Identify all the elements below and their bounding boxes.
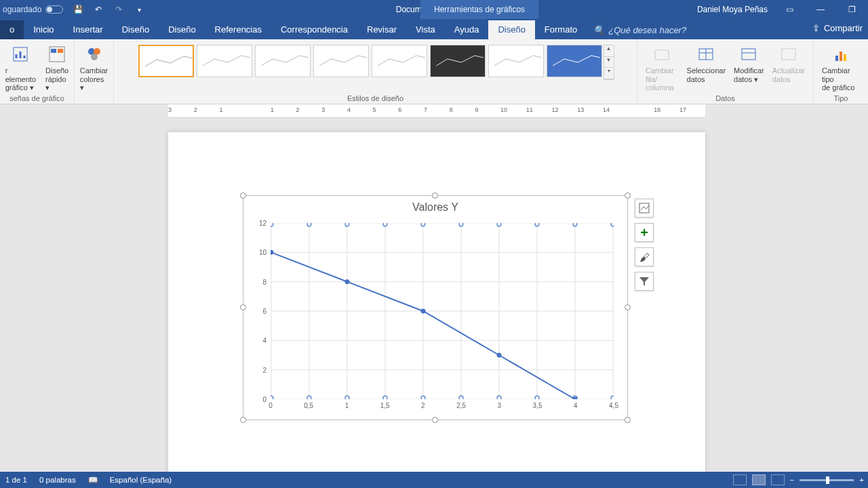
switch-icon bbox=[651, 43, 673, 65]
style-thumb-2[interactable] bbox=[197, 45, 252, 77]
toggle-switch-icon[interactable] bbox=[45, 5, 63, 14]
selection-handle-icon[interactable] bbox=[240, 417, 246, 423]
selection-handle-icon[interactable] bbox=[432, 417, 438, 423]
svg-rect-17 bbox=[835, 56, 838, 61]
zoom-in-icon[interactable]: + bbox=[859, 476, 864, 484]
read-mode-icon[interactable] bbox=[733, 474, 747, 485]
edit-data-button[interactable]: Modificar datos ▾ bbox=[731, 42, 767, 94]
ruler-label: 7 bbox=[424, 106, 427, 113]
svg-point-39 bbox=[307, 223, 311, 226]
tab-correspondencia[interactable]: Correspondencia bbox=[271, 20, 357, 39]
selection-handle-icon[interactable] bbox=[625, 192, 631, 199]
style-thumb-7[interactable] bbox=[488, 45, 544, 77]
add-chart-element-button[interactable]: r elemento gráfico ▾ bbox=[3, 42, 39, 94]
style-thumb-1[interactable] bbox=[138, 45, 194, 77]
share-button[interactable]: ⇪ Compartir bbox=[812, 23, 863, 33]
undo-icon[interactable]: ↶ bbox=[93, 4, 104, 15]
word-count[interactable]: 0 palabras bbox=[39, 476, 76, 484]
selection-handle-icon[interactable] bbox=[240, 192, 246, 199]
svg-marker-63 bbox=[639, 277, 649, 286]
title-bar: oguardado 💾 ↶ ↷ ▾ Documento1 - Word Herr… bbox=[0, 0, 868, 19]
print-layout-icon[interactable] bbox=[752, 474, 766, 485]
ruler-label: 8 bbox=[450, 106, 453, 113]
chart-layout-options-button[interactable] bbox=[635, 199, 654, 218]
ribbon-display-icon[interactable]: ▭ bbox=[780, 5, 799, 14]
selection-handle-icon[interactable] bbox=[432, 192, 438, 199]
tell-me-search[interactable]: 🔍 ¿Qué desea hacer? bbox=[587, 21, 693, 39]
redo-icon[interactable]: ↷ bbox=[113, 4, 124, 15]
tab-revisar[interactable]: Revisar bbox=[357, 20, 406, 39]
change-colors-button[interactable]: Cambiar colores ▾ bbox=[77, 42, 111, 94]
svg-point-60 bbox=[497, 353, 502, 358]
scroll-up-icon[interactable]: ▲ bbox=[604, 45, 614, 57]
svg-point-41 bbox=[345, 223, 349, 226]
tab-insertar[interactable]: Insertar bbox=[64, 20, 113, 39]
ruler-label: 2 bbox=[194, 106, 197, 113]
tab-ayuda[interactable]: Ayuda bbox=[445, 20, 489, 39]
svg-point-53 bbox=[573, 223, 577, 226]
language-status[interactable]: Español (España) bbox=[110, 476, 172, 484]
ruler-label: 4 bbox=[347, 106, 351, 113]
select-data-button[interactable]: Seleccionar datos bbox=[684, 42, 728, 94]
minimize-icon[interactable]: — bbox=[811, 5, 830, 14]
chart-tools-contextual-label: Herramientas de gráficos bbox=[420, 0, 538, 19]
y-axis-tick: 2 bbox=[262, 366, 271, 373]
tab-disenyo-layout[interactable]: Diseño bbox=[159, 20, 205, 39]
chart-elements-button[interactable]: + bbox=[635, 223, 654, 242]
quick-layout-button[interactable]: Diseño rápido ▾ bbox=[43, 42, 71, 94]
x-axis-tick: 0 bbox=[269, 399, 273, 409]
tab-disenyo-page[interactable]: Diseño bbox=[113, 20, 159, 39]
document-area: Valores Y 02468101200,511,522,533,544,5 … bbox=[0, 119, 868, 472]
y-axis-tick: 4 bbox=[262, 337, 271, 344]
change-chart-type-button[interactable]: Cambiar tipo de gráfico bbox=[819, 42, 863, 94]
tab-archivo[interactable]: o bbox=[0, 20, 24, 39]
chart-filters-button[interactable] bbox=[635, 272, 654, 291]
group-label-type: Tipo bbox=[814, 94, 868, 102]
select-data-icon bbox=[695, 43, 717, 65]
style-thumb-8[interactable] bbox=[547, 45, 602, 77]
scroll-down-icon[interactable]: ▼ bbox=[604, 57, 614, 68]
selection-handle-icon[interactable] bbox=[240, 304, 246, 310]
chart-object[interactable]: Valores Y 02468101200,511,522,533,544,5 bbox=[243, 195, 628, 420]
x-axis-tick: 4,5 bbox=[609, 399, 618, 409]
gallery-scroll[interactable]: ▲ ▼ ▾ bbox=[604, 45, 614, 80]
chart-styles-gallery[interactable] bbox=[137, 42, 604, 80]
add-element-icon bbox=[9, 43, 31, 65]
save-icon[interactable]: 💾 bbox=[73, 4, 83, 15]
edit-data-icon bbox=[738, 43, 760, 65]
user-name: Daniel Moya Peñas bbox=[697, 5, 768, 14]
tab-chart-design[interactable]: Diseño bbox=[488, 20, 534, 39]
svg-point-57 bbox=[271, 250, 273, 255]
selection-handle-icon[interactable] bbox=[625, 417, 631, 423]
share-icon: ⇪ bbox=[812, 23, 820, 33]
tab-referencias[interactable]: Referencias bbox=[205, 20, 271, 39]
tab-inicio[interactable]: Inicio bbox=[24, 20, 63, 39]
tab-chart-format[interactable]: Formato bbox=[535, 20, 587, 39]
chart-styles-button[interactable]: 🖌 bbox=[635, 247, 654, 266]
ribbon-content: r elemento gráfico ▾ Diseño rápido ▾ señ… bbox=[0, 39, 868, 104]
selection-handle-icon[interactable] bbox=[625, 304, 631, 310]
zoom-slider[interactable] bbox=[800, 479, 854, 481]
autosave-toggle[interactable]: oguardado bbox=[0, 5, 63, 14]
customize-qat-icon[interactable]: ▾ bbox=[134, 4, 144, 15]
zoom-out-icon[interactable]: − bbox=[790, 476, 795, 484]
y-axis-tick: 12 bbox=[259, 220, 271, 227]
spellcheck-icon[interactable]: 📖 bbox=[88, 475, 98, 485]
x-axis-tick: 4 bbox=[574, 399, 578, 409]
style-thumb-3[interactable] bbox=[255, 45, 311, 77]
style-thumb-6[interactable] bbox=[430, 45, 486, 77]
style-thumb-5[interactable] bbox=[372, 45, 427, 77]
style-thumb-4[interactable] bbox=[313, 45, 369, 77]
ruler-label: 6 bbox=[398, 106, 401, 113]
tab-vista[interactable]: Vista bbox=[406, 20, 445, 39]
chart-plot-area[interactable]: 02468101200,511,522,533,544,5 bbox=[271, 223, 614, 399]
status-right: − + bbox=[733, 474, 864, 485]
svg-rect-10 bbox=[655, 50, 669, 60]
gallery-expand-icon[interactable]: ▾ bbox=[604, 68, 614, 79]
page-count[interactable]: 1 de 1 bbox=[5, 476, 27, 484]
restore-icon[interactable]: ❐ bbox=[842, 5, 861, 14]
ruler-label: 2 bbox=[296, 106, 300, 113]
horizontal-ruler[interactable]: 32112345678910111213141617 bbox=[168, 104, 705, 118]
title-bar-right: Daniel Moya Peñas ▭ — ❐ bbox=[697, 5, 868, 14]
web-layout-icon[interactable] bbox=[771, 474, 785, 485]
